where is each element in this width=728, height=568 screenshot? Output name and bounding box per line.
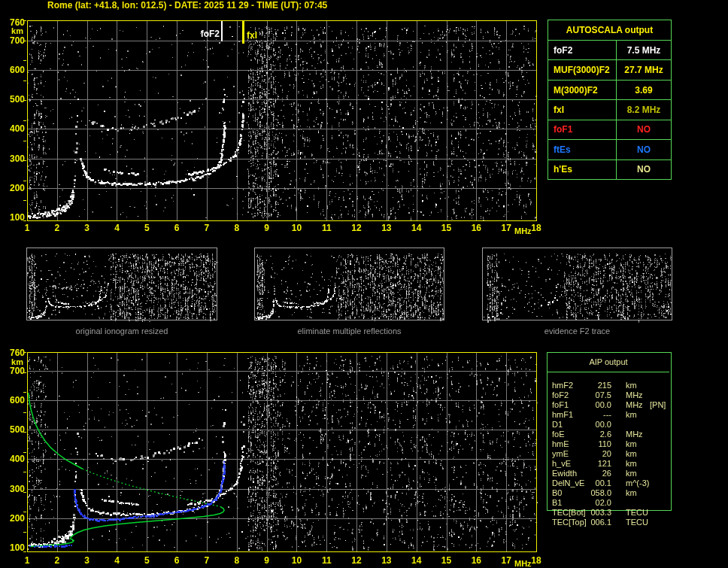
x-tick-label: 7 (196, 556, 218, 565)
x-tick-label: 6 (165, 556, 188, 565)
aip-row-unit: MHz (626, 400, 643, 410)
x-tick-label: 3 (76, 223, 99, 232)
aip-row-label: h_vE (552, 459, 571, 469)
aip-row-value: 058.0 (574, 488, 611, 498)
autoscala-row-label: foF2 (548, 41, 617, 59)
aip-row-label: foF1 (552, 400, 569, 410)
aip-row-value: 003.3 (574, 508, 611, 518)
aip-row-value: 00.0 (574, 400, 611, 410)
x-tick-label: 14 (405, 556, 428, 565)
autoscala-table-header: AUTOSCALA output (548, 20, 671, 41)
aip-row: B0058.0km (547, 488, 672, 498)
aip-row: hmF2215km (547, 381, 672, 390)
aip-row-value: 00.1 (574, 478, 611, 488)
y-tick-label: 300 (2, 154, 25, 163)
x-tick-label: 12 (345, 556, 368, 565)
x-tick-label: 2 (46, 556, 68, 565)
aip-row-unit: m^(-3) (626, 478, 649, 488)
aip-row-value: 26 (574, 469, 618, 478)
x-tick-label: 5 (135, 556, 158, 565)
autoscala-row: h'EsNO (548, 160, 671, 179)
autoscala-row: fxI8.2 MHz (548, 100, 671, 120)
aip-row-label: hmF2 (552, 381, 573, 390)
aip-row-unit: km (626, 439, 637, 449)
aip-row-label: D1 (552, 420, 563, 430)
x-tick-label: 14 (405, 223, 428, 232)
aip-row-unit: km (626, 410, 637, 420)
aip-row-unit: km (626, 449, 637, 459)
thumbnail-caption-eliminate: eliminate multiple reflections (254, 327, 444, 336)
autoscala-row-label: ftEs (548, 140, 617, 159)
y-tick-label: 500 (2, 95, 25, 104)
aip-row-unit: MHz (626, 390, 643, 400)
aip-row: Ewidth26km (547, 469, 672, 478)
x-tick-label: 5 (135, 223, 158, 232)
x-tick-label: 12 (345, 223, 368, 232)
aip-row-value: 2.6 (574, 430, 611, 439)
x-tick-label: 4 (105, 223, 128, 232)
x-tick-label: 7 (196, 223, 218, 232)
autoscala-row-label: fxI (548, 100, 617, 119)
autoscala-table: AUTOSCALA output foF27.5 MHzMUF(3000)F22… (548, 20, 672, 180)
autoscala-row: MUF(3000)F227.7 MHz (548, 60, 671, 80)
aip-row-label: B1 (552, 498, 562, 508)
y-tick-label: 700 (2, 366, 25, 375)
autoscala-row-label: MUF(3000)F2 (548, 60, 617, 79)
autoscala-row-value: 27.7 MHz (617, 60, 671, 79)
aip-row-value: 00.0 (574, 420, 611, 430)
autoscala-row-label: M(3000)F2 (548, 80, 617, 99)
aip-row-unit: TECU (626, 508, 648, 518)
aip-row-value: 006.1 (574, 518, 611, 527)
autoscala-window: Rome (lat: +41.8, lon: 012.5) - DATE: 20… (0, 0, 728, 568)
autoscala-row-value: 3.69 (617, 80, 671, 99)
aip-table-header: AIP output (548, 353, 669, 372)
thumbnail-caption-original: original ionogram resized (26, 327, 217, 336)
aip-row: DelN_vE00.1m^(-3) (547, 478, 672, 488)
x-tick-label: 2 (46, 223, 68, 232)
aip-row-value: 07.5 (574, 390, 611, 400)
y-tick-label: 600 (2, 65, 25, 74)
aip-row-value: 20 (574, 449, 618, 459)
thumbnail-caption-evidence: evidence F2 trace (482, 327, 672, 336)
autoscala-row-label: h'Es (548, 160, 617, 179)
x-tick-label: 11 (315, 223, 338, 232)
aip-row-label: ymE (552, 449, 569, 459)
x-tick-label: 13 (375, 223, 398, 232)
marker-label-fxi: fxI (247, 31, 257, 40)
y-tick-label: 300 (2, 484, 25, 494)
aip-row-unit: km (626, 459, 637, 469)
x-tick-label: 16 (465, 556, 487, 565)
aip-row: foF100.0MHz[PN] (547, 400, 672, 410)
x-tick-label: 1 (16, 223, 38, 232)
aip-row-unit: km (626, 488, 637, 498)
autoscala-row-value: NO (617, 160, 671, 179)
aip-row-label: hmF1 (552, 410, 573, 420)
aip-row-label: B0 (552, 488, 562, 498)
y-tick-label: 400 (2, 124, 25, 133)
x-tick-label: 3 (76, 556, 99, 565)
aip-row-unit: TECU (626, 518, 648, 527)
aip-row: foE2.6MHz (547, 430, 672, 439)
marker-label-fof2: foF2 (201, 29, 220, 38)
autoscala-row-value: NO (617, 120, 671, 139)
aip-row-note: [PN] (650, 400, 666, 410)
x-tick-label: 10 (285, 556, 308, 565)
autoscala-row-value: NO (617, 140, 671, 159)
y-tick-label: 760 (2, 348, 25, 357)
aip-row: D100.0 (547, 420, 672, 430)
y-tick-label: 200 (2, 184, 25, 193)
y-tick-label: 600 (2, 396, 25, 405)
x-tick-label: 4 (105, 556, 128, 565)
y-tick-label: 700 (2, 36, 25, 45)
aip-row: h_vE121km (547, 459, 672, 469)
x-tick-label: 11 (315, 556, 338, 565)
x-tick-label: 9 (256, 223, 278, 232)
y-tick-label: 100 (2, 543, 25, 552)
aip-row: ymE20km (547, 449, 672, 459)
autoscala-row: ftEsNO (548, 140, 671, 159)
aip-row: TEC[Top]006.1TECU (547, 518, 672, 527)
aip-row-value: 110 (574, 439, 618, 449)
autoscala-row-value: 7.5 MHz (617, 41, 671, 59)
y-tick-label: 500 (2, 425, 25, 434)
x-tick-label: 8 (226, 223, 248, 232)
